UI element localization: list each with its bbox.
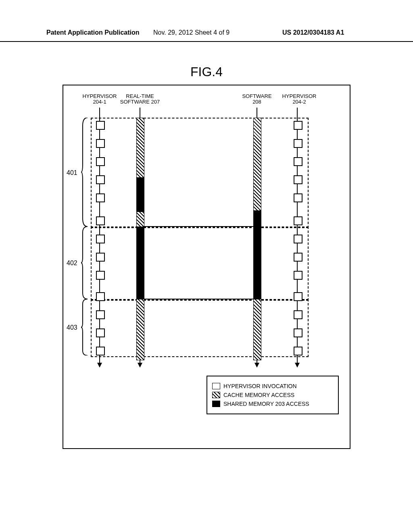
hyp2-tick	[294, 157, 302, 166]
legend-row-solid: SHARED MEMORY 203 ACCESS	[212, 401, 333, 407]
hyp1-tick	[96, 271, 105, 280]
hyp2-tick	[294, 310, 302, 319]
header-left: Patent Application Publication	[46, 29, 140, 36]
hyp2-tick	[294, 253, 302, 262]
sw208-seg-cache	[253, 118, 261, 211]
col-label-sw-l1: SOFTWARE	[242, 93, 271, 99]
brace-401	[81, 118, 88, 227]
hyp2-tick	[294, 193, 302, 202]
hyp2-tick	[294, 328, 302, 337]
arrow-hyp2	[295, 363, 300, 368]
legend-text-hollow: HYPERVISOR INVOCATION	[223, 383, 297, 389]
col-label-rtsw-l1: REAL-TIME	[126, 93, 154, 99]
col-label-rtsw: REAL-TIME SOFTWARE 207	[118, 94, 162, 105]
hyp1-tick	[96, 157, 105, 166]
page-header: Patent Application Publication Nov. 29, …	[0, 29, 413, 42]
legend-swatch-solid-icon	[212, 401, 220, 407]
region-403-box	[91, 299, 309, 357]
sw208-seg-shared	[253, 227, 261, 300]
hyp1-tick	[96, 347, 105, 355]
hyp1-tick	[96, 235, 105, 243]
hyp1-tick	[96, 292, 105, 301]
col-label-hyp2-l1: HYPERVISOR	[282, 93, 316, 99]
hyp2-tick	[294, 235, 302, 243]
sw208-seg-shared	[253, 210, 261, 227]
hyp1-tick	[96, 310, 105, 319]
sync-line	[144, 299, 253, 299]
sw208-seg-cache	[253, 299, 261, 360]
region-402-box	[91, 227, 309, 301]
legend: HYPERVISOR INVOCATION CACHE MEMORY ACCES…	[206, 376, 339, 414]
hyp1-tick	[96, 328, 105, 337]
col-label-hyp1-l1: HYPERVISOR	[82, 93, 117, 99]
col-label-hyp1: HYPERVISOR 204-1	[81, 94, 118, 105]
region-401-box	[91, 118, 309, 228]
label-402: 402	[67, 260, 77, 267]
arrow-rtsw	[138, 363, 142, 368]
arrow-sw	[254, 363, 259, 368]
legend-swatch-hatch-icon	[212, 392, 220, 398]
arrow-hyp1	[97, 363, 102, 368]
hyp1-tick	[96, 139, 105, 148]
col-label-hyp2: HYPERVISOR 204-2	[279, 94, 319, 105]
legend-swatch-hollow-icon	[212, 383, 220, 389]
hyp1-tick	[96, 216, 105, 225]
col-label-sw-l2: 208	[252, 99, 261, 105]
brace-403	[81, 299, 88, 355]
sync-line	[144, 226, 253, 227]
legend-text-solid: SHARED MEMORY 203 ACCESS	[223, 401, 309, 407]
hyp2-tick	[294, 347, 302, 355]
hyp1-tick	[96, 175, 105, 184]
header-mid: Nov. 29, 2012 Sheet 4 of 9	[153, 29, 229, 36]
hyp2-tick	[294, 175, 302, 184]
label-401: 401	[67, 169, 77, 177]
hyp2-tick	[294, 216, 302, 225]
legend-text-hatch: CACHE MEMORY ACCESS	[223, 392, 294, 398]
hyp2-tick	[294, 271, 302, 280]
hyp1-tick	[96, 193, 105, 202]
sw207-seg-cache	[136, 299, 144, 360]
legend-row-hatch: CACHE MEMORY ACCESS	[212, 392, 333, 398]
col-label-hyp1-l2: 204-1	[93, 99, 106, 105]
col-label-rtsw-l2: SOFTWARE 207	[120, 99, 160, 105]
sw207-seg-cache	[136, 118, 144, 178]
legend-row-hollow: HYPERVISOR INVOCATION	[212, 383, 333, 389]
sw207-seg-cache	[136, 212, 144, 227]
sw207-seg-shared	[136, 177, 144, 212]
hyp1-tick	[96, 253, 105, 262]
hyp2-tick	[294, 121, 302, 130]
page: Patent Application Publication Nov. 29, …	[0, 0, 413, 532]
col-label-hyp2-l2: 204-2	[292, 99, 306, 105]
hyp2-tick	[294, 139, 302, 148]
header-right: US 2012/0304183 A1	[282, 29, 344, 36]
label-403: 403	[67, 324, 77, 331]
brace-402	[81, 227, 88, 299]
hyp1-tick	[96, 121, 105, 130]
sw207-seg-shared	[136, 227, 144, 300]
hyp2-tick	[294, 292, 302, 301]
figure-title: FIG.4	[0, 64, 413, 79]
diagram-frame: HYPERVISOR 204-1 REAL-TIME SOFTWARE 207 …	[63, 85, 350, 449]
col-label-sw: SOFTWARE 208	[239, 94, 275, 105]
